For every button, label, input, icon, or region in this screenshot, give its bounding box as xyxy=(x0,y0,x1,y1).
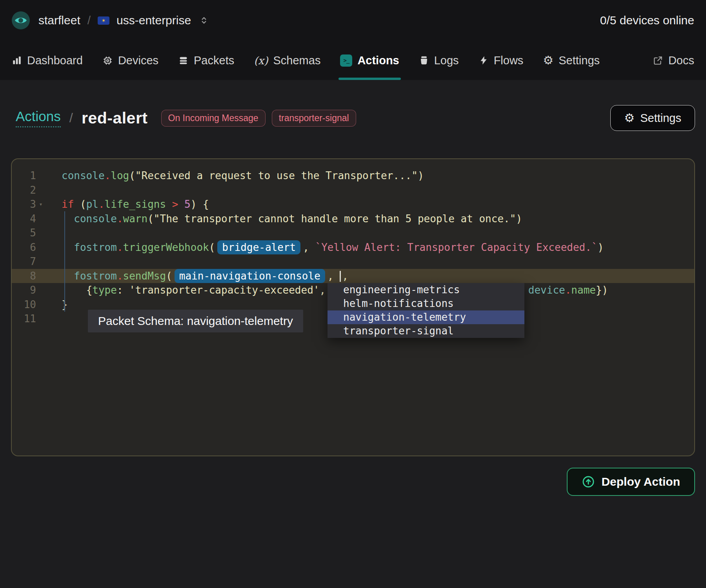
nav-item-dashboard[interactable]: Dashboard xyxy=(12,41,83,80)
nav-label: Packets xyxy=(194,54,234,67)
fold-chevron-icon xyxy=(36,269,45,283)
line-number: 8 xyxy=(12,269,36,283)
header-separator: / xyxy=(69,111,73,125)
fold-chevron-icon xyxy=(36,283,45,298)
autocomplete-dropdown: engineering-metricshelm-notificationsnav… xyxy=(328,283,524,338)
devices-online-status: 0/5 devices online xyxy=(600,14,694,27)
chip-icon xyxy=(102,55,113,66)
nav-item-flows[interactable]: Flows xyxy=(479,41,524,80)
brand-breadcrumb: starfleet / ✶ uss-enterprise xyxy=(12,11,209,29)
code-line[interactable]: 7 xyxy=(12,254,694,269)
nav-label: Docs xyxy=(668,54,694,67)
nav-label: Settings xyxy=(559,54,600,67)
line-number: 5 xyxy=(12,226,36,240)
code-line[interactable]: 6 fostrom.triggerWebhook(bridge-alert, `… xyxy=(12,240,694,255)
gear-icon: ⚙ xyxy=(624,112,635,124)
line-number: 3 xyxy=(12,197,36,212)
nav-label: Devices xyxy=(118,54,158,67)
nav-item-docs[interactable]: Docs xyxy=(653,41,694,80)
fold-chevron-icon[interactable]: ▾ xyxy=(36,197,45,212)
line-number: 10 xyxy=(12,298,36,312)
fold-chevron-icon xyxy=(36,254,45,269)
upload-circle-icon xyxy=(582,475,595,488)
page-header-left: Actions / red-alert On Incoming Message … xyxy=(11,109,356,127)
nav-label: Dashboard xyxy=(27,54,83,67)
actions-breadcrumb-link[interactable]: Actions xyxy=(16,109,61,127)
fold-chevron-icon xyxy=(36,169,45,183)
deploy-button-label: Deploy Action xyxy=(601,475,680,488)
external-link-icon xyxy=(653,55,663,65)
breadcrumb-separator: / xyxy=(87,14,91,27)
page-title: red-alert xyxy=(82,109,148,127)
nav-label: Actions xyxy=(357,54,399,67)
gear-icon: ⚙ xyxy=(543,54,553,66)
code-line[interactable]: 4 console.warn("The transporter cannot h… xyxy=(12,212,694,226)
nav-item-actions[interactable]: >_ Actions xyxy=(340,41,399,80)
fold-chevron-icon xyxy=(36,240,45,255)
schema-badge: transporter-signal xyxy=(272,110,356,127)
line-number: 6 xyxy=(12,240,36,255)
autocomplete-item[interactable]: transporter-signal xyxy=(328,324,524,338)
top-section: starfleet / ✶ uss-enterprise 0/5 devices… xyxy=(0,0,706,80)
autocomplete-item[interactable]: navigation-telemetry xyxy=(328,310,524,324)
line-number: 7 xyxy=(12,254,36,269)
code-editor[interactable]: 1console.log("Received a request to use … xyxy=(11,158,695,456)
line-number: 11 xyxy=(12,312,36,326)
action-settings-button[interactable]: ⚙ Settings xyxy=(610,105,695,131)
autocomplete-item[interactable]: engineering-metrics xyxy=(328,283,524,297)
badges: On Incoming Message transporter-signal xyxy=(161,110,356,127)
code-line[interactable]: 2 xyxy=(12,183,694,198)
autocomplete-item[interactable]: helm-notifications xyxy=(328,297,524,310)
trigger-badge: On Incoming Message xyxy=(161,110,266,127)
fold-chevron-icon xyxy=(36,298,45,312)
schema-chip[interactable]: main-navigation-console xyxy=(175,269,325,283)
topbar: starfleet / ✶ uss-enterprise 0/5 devices… xyxy=(0,0,706,41)
org-name[interactable]: starfleet xyxy=(38,14,80,27)
code-line[interactable]: 3▾if (pl.life_signs > 5) { xyxy=(12,197,694,212)
nav-item-packets[interactable]: Packets xyxy=(178,41,234,80)
fold-chevron-icon xyxy=(36,212,45,226)
nav-spacer xyxy=(619,41,633,80)
project-switcher-icon[interactable] xyxy=(199,15,209,25)
schema-tooltip: Packet Schema: navigation-telemetry xyxy=(88,310,303,332)
project-name[interactable]: uss-enterprise xyxy=(116,14,191,27)
code-line[interactable]: 1console.log("Received a request to use … xyxy=(12,169,694,183)
deploy-row: Deploy Action xyxy=(11,468,695,496)
fold-chevron-icon xyxy=(36,226,45,240)
terminal-icon: >_ xyxy=(340,54,352,67)
code-line[interactable]: 8 fostrom.sendMsg(main-navigation-consol… xyxy=(12,269,694,283)
code-line[interactable]: 5 xyxy=(12,226,694,240)
settings-button-label: Settings xyxy=(640,112,681,125)
nav-label: Flows xyxy=(494,54,524,67)
fold-chevron-icon xyxy=(36,312,45,326)
main-content: Actions / red-alert On Incoming Message … xyxy=(0,105,706,496)
line-number: 2 xyxy=(12,183,36,198)
nav-label: Logs xyxy=(434,54,459,67)
nav-item-settings[interactable]: ⚙ Settings xyxy=(543,41,600,80)
bar-chart-icon xyxy=(12,55,22,65)
schema-x-icon: (x) xyxy=(254,54,268,67)
deploy-action-button[interactable]: Deploy Action xyxy=(567,468,695,496)
navbar: Dashboard Devices Packets (x) Schemas >_… xyxy=(0,41,706,80)
line-number: 1 xyxy=(12,169,36,183)
line-number: 4 xyxy=(12,212,36,226)
nav-item-schemas[interactable]: (x) Schemas xyxy=(254,41,320,80)
fold-chevron-icon xyxy=(36,183,45,198)
nav-label: Schemas xyxy=(273,54,321,67)
line-number: 9 xyxy=(12,283,36,298)
page-header: Actions / red-alert On Incoming Message … xyxy=(11,105,695,131)
eu-flag-icon: ✶ xyxy=(98,16,109,25)
schema-chip[interactable]: bridge-alert xyxy=(217,240,300,254)
text-cursor xyxy=(340,271,341,282)
breadcrumb[interactable]: starfleet / ✶ uss-enterprise xyxy=(38,14,209,27)
packets-icon xyxy=(178,55,189,66)
nav-item-logs[interactable]: Logs xyxy=(419,41,459,80)
indent-guide xyxy=(64,211,65,312)
logs-jar-icon xyxy=(419,55,429,65)
lightning-icon xyxy=(479,55,489,65)
nav-item-devices[interactable]: Devices xyxy=(102,41,158,80)
fostrom-logo[interactable] xyxy=(12,11,30,29)
